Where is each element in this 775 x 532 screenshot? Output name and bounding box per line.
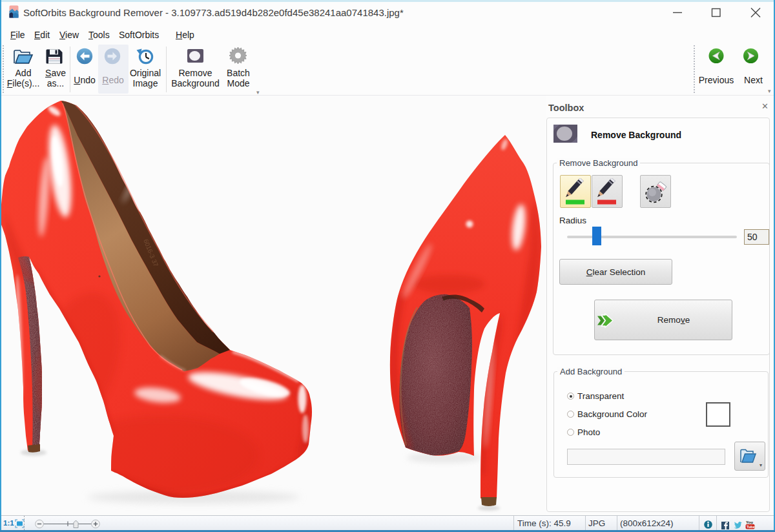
- svg-text:You: You: [746, 520, 753, 524]
- svg-text:Tube: Tube: [747, 525, 755, 529]
